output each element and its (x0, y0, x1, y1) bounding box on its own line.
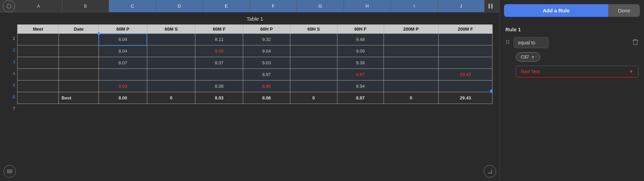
corner-resize-icon[interactable] (484, 165, 496, 178)
cell-r3-200mf[interactable] (438, 45, 492, 57)
col-header-J[interactable]: J (438, 0, 485, 12)
cell-r4-200mf[interactable] (438, 57, 492, 69)
cell-r5-60mf[interactable] (195, 69, 243, 81)
cell-r7-60hf[interactable]: 8.87 (337, 92, 384, 104)
cell-r3-60hf[interactable]: 9.09 (337, 45, 384, 57)
cell-r7-60hs[interactable]: 0 (290, 92, 337, 104)
cell-r5-meet[interactable] (18, 69, 59, 81)
cell-r2-meet[interactable] (18, 34, 59, 45)
cell-r6-200mf[interactable] (438, 81, 492, 92)
col-header-C[interactable]: C (109, 0, 156, 12)
cell-r6-date[interactable] (59, 81, 99, 92)
cell-r3-60hs[interactable] (290, 45, 337, 57)
cell-r2-60hf[interactable]: 9.48 (337, 34, 384, 45)
corner-button[interactable] (3, 0, 15, 12)
condition-select[interactable]: equal to not equal to greater than less … (514, 37, 549, 48)
cell-r5-60hp[interactable]: 8.97 (243, 69, 290, 81)
th-60mp: 60M P (99, 25, 147, 34)
cell-r2-date[interactable] (59, 34, 99, 45)
svg-point-8 (506, 42, 507, 43)
cell-r4-meet[interactable] (18, 57, 59, 69)
cell-r6-60hp[interactable]: 8.86 (243, 81, 290, 92)
cell-r6-200mp[interactable] (384, 81, 438, 92)
th-60hs: 60H S (290, 25, 337, 34)
cell-r6-60hf[interactable]: 8.94 (337, 81, 384, 92)
cell-r4-60mf[interactable]: 8.07 (195, 57, 243, 69)
cell-r3-60mf[interactable]: 8.03 (195, 45, 243, 57)
cell-r3-date[interactable] (59, 45, 99, 57)
panel-header: Add a Rule Done (500, 0, 644, 21)
table-row-total: Best 8.00 0 8.03 8.86 0 8.87 0 29.43 (18, 92, 493, 104)
cell-r6-60hs[interactable] (290, 81, 337, 92)
cell-r4-200mp[interactable] (384, 57, 438, 69)
done-button[interactable]: Done (608, 4, 640, 17)
col-header-E[interactable]: E (203, 0, 250, 12)
cell-r3-60mp[interactable]: 8.04 (99, 45, 147, 57)
col-header-I[interactable]: I (391, 0, 438, 12)
rule-condition-row: equal to not equal to greater than less … (505, 37, 638, 48)
cell-r7-60hp[interactable]: 8.86 (243, 92, 290, 104)
cell-r4-60hp[interactable]: 9.03 (243, 57, 290, 69)
table-row: 8.04 8.03 9.04 9.09 (18, 45, 493, 57)
cell-r6-60mp[interactable]: 8.00 (99, 81, 147, 92)
cell-ref-label: C$7 (521, 54, 529, 60)
cell-r5-60mp[interactable] (99, 69, 147, 81)
cell-ref-chevron-icon: ▼ (531, 55, 535, 59)
cell-r5-60hf[interactable]: 8.87 (337, 69, 384, 81)
th-date: Date (59, 25, 99, 34)
cell-r4-60hf[interactable]: 9.38 (337, 57, 384, 69)
col-header-F[interactable]: F (250, 0, 297, 12)
cell-r6-60mf[interactable]: 8.08 (195, 81, 243, 92)
col-header-G[interactable]: G (297, 0, 344, 12)
th-meet: Meet (18, 25, 59, 34)
cell-r7-meet[interactable] (18, 92, 59, 104)
style-dropdown[interactable]: Red Text ▼ (516, 66, 638, 77)
cell-r2-200mp[interactable] (384, 34, 438, 45)
table-row: 8.07 8.07 9.03 9.38 (18, 57, 493, 69)
right-panel: Add a Rule Done Rule 1 equal to not equa… (500, 0, 644, 181)
main-content: 1 2 3 4 5 6 7 Table 1 Meet Date 60M P 60… (0, 12, 500, 181)
col-header-D[interactable]: D (156, 0, 203, 12)
cell-r3-60hp[interactable]: 9.04 (243, 45, 290, 57)
pause-button[interactable] (484, 0, 497, 12)
cell-r5-60ms[interactable] (147, 69, 195, 81)
drag-handle-icon[interactable] (505, 40, 510, 46)
cell-r7-60mp[interactable]: 8.00 (99, 92, 147, 104)
cell-r2-60hp[interactable]: 9.32 (243, 34, 290, 45)
cell-r2-60hs[interactable] (290, 34, 337, 45)
cell-r4-60mp[interactable]: 8.07 (99, 57, 147, 69)
cell-r2-60ms[interactable] (147, 34, 195, 45)
th-60hp: 60H P (243, 25, 290, 34)
cell-r3-200mp[interactable] (384, 45, 438, 57)
cell-r7-200mp[interactable]: 0 (384, 92, 438, 104)
cell-r4-60ms[interactable] (147, 57, 195, 69)
cell-r3-meet[interactable] (18, 45, 59, 57)
cell-r7-200mf[interactable]: 29.43 (438, 92, 492, 104)
cell-r7-date[interactable]: Best (59, 92, 99, 104)
cell-r5-60hs[interactable] (290, 69, 337, 81)
style-row: Red Text ▼ (505, 66, 638, 77)
cell-r6-meet[interactable] (18, 81, 59, 92)
cell-r3-60ms[interactable] (147, 45, 195, 57)
cell-r4-60hs[interactable] (290, 57, 337, 69)
col-header-A[interactable]: A (15, 0, 62, 12)
cell-r5-200mf[interactable]: 29.43 (438, 69, 492, 81)
col-header-B[interactable]: B (62, 0, 109, 12)
cell-r7-60mf[interactable]: 8.03 (195, 92, 243, 104)
cell-r5-200mp[interactable] (384, 69, 438, 81)
cell-r2-200mf[interactable] (438, 34, 492, 45)
cell-r5-date[interactable] (59, 69, 99, 81)
cell-r6-60ms[interactable] (147, 81, 195, 92)
cell-r2-60mp[interactable]: 8.04 (99, 34, 147, 45)
delete-rule-icon[interactable] (632, 39, 638, 47)
cell-ref-pill[interactable]: C$7 ▼ (516, 52, 540, 62)
row-num-4: 4 (7, 67, 17, 79)
cell-r4-date[interactable] (59, 57, 99, 69)
cell-r2-60mf[interactable]: 8.11 (195, 34, 243, 45)
menu-icon[interactable] (3, 165, 16, 178)
cell-r7-60ms[interactable]: 0 (147, 92, 195, 104)
th-200mp: 200M P (384, 25, 438, 34)
add-rule-button[interactable]: Add a Rule (504, 4, 608, 17)
col-header-H[interactable]: H (344, 0, 391, 12)
th-200mf: 200M F (438, 25, 492, 34)
